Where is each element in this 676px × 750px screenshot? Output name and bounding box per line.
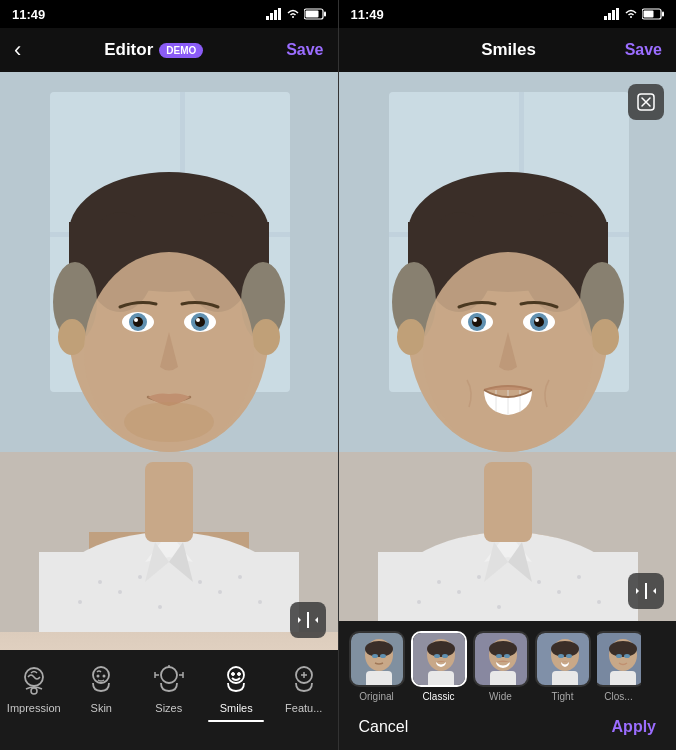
svg-rect-135 [490, 671, 516, 687]
tool-features[interactable]: Featu... [276, 660, 332, 714]
close-label: Clos... [604, 691, 632, 702]
svg-point-35 [196, 318, 200, 322]
signal-icon [266, 8, 282, 20]
compare-icon [298, 612, 318, 628]
svg-point-44 [238, 575, 242, 579]
svg-point-32 [133, 317, 143, 327]
right-save-button[interactable]: Save [625, 41, 662, 59]
tool-impression[interactable]: Impression [6, 660, 62, 714]
smile-wide[interactable]: Wide [473, 631, 529, 702]
svg-point-91 [397, 319, 425, 355]
svg-point-108 [537, 580, 541, 584]
svg-point-127 [434, 654, 440, 658]
left-face-svg [0, 72, 338, 632]
svg-rect-48 [307, 612, 309, 628]
demo-badge: DEMO [159, 43, 203, 58]
svg-point-146 [624, 654, 630, 658]
tight-label: Tight [552, 691, 574, 702]
battery-icon [304, 8, 326, 20]
svg-point-112 [497, 605, 501, 609]
impression-icon [15, 660, 53, 698]
tool-sizes[interactable]: Sizes [141, 660, 197, 714]
svg-point-92 [591, 319, 619, 355]
features-icon [285, 660, 323, 698]
action-row: Cancel Apply [339, 708, 677, 750]
right-battery-icon [642, 8, 664, 20]
svg-point-132 [489, 641, 517, 657]
svg-point-40 [118, 590, 122, 594]
svg-point-122 [380, 654, 386, 658]
svg-point-101 [535, 318, 539, 322]
svg-rect-5 [324, 12, 326, 17]
svg-point-126 [427, 641, 455, 657]
right-nav: Smiles Save [339, 28, 677, 72]
svg-point-98 [472, 317, 482, 327]
editor-title: Editor [104, 40, 153, 60]
svg-point-128 [442, 654, 448, 658]
svg-rect-68 [608, 13, 611, 20]
right-compare-button[interactable] [628, 573, 664, 609]
svg-point-53 [97, 675, 100, 678]
svg-point-113 [597, 600, 601, 604]
svg-point-47 [258, 600, 262, 604]
svg-point-63 [238, 673, 241, 676]
smiles-icon [217, 660, 255, 698]
svg-rect-123 [366, 671, 392, 687]
svg-rect-83 [484, 462, 532, 542]
svg-rect-3 [278, 8, 281, 20]
smiles-label: Smiles [220, 702, 253, 714]
right-face-svg [339, 72, 677, 621]
sizes-icon [150, 660, 188, 698]
tool-skin[interactable]: Skin [73, 660, 129, 714]
svg-point-138 [551, 641, 579, 657]
svg-rect-17 [145, 462, 193, 542]
svg-point-107 [477, 575, 481, 579]
svg-rect-147 [610, 671, 636, 687]
bottom-toolbar: Impression Skin [0, 650, 338, 750]
svg-rect-6 [305, 11, 318, 18]
svg-rect-117 [645, 583, 647, 599]
cancel-button[interactable]: Cancel [359, 718, 409, 736]
smile-original[interactable]: Original [349, 631, 405, 702]
svg-point-110 [577, 575, 581, 579]
compare-button[interactable] [290, 602, 326, 638]
svg-point-144 [609, 641, 637, 657]
skin-icon [82, 660, 120, 698]
tool-smiles[interactable]: Smiles [208, 660, 264, 722]
smile-classic[interactable]: Classic [411, 631, 467, 702]
svg-rect-72 [662, 12, 664, 17]
svg-rect-141 [552, 671, 578, 687]
svg-rect-69 [612, 10, 615, 20]
svg-point-36 [124, 402, 214, 442]
svg-rect-70 [616, 8, 619, 20]
nav-title-area: Editor DEMO [104, 40, 203, 60]
svg-point-121 [372, 654, 378, 658]
right-status-icons [604, 8, 664, 20]
right-photo [339, 72, 677, 621]
svg-point-54 [103, 675, 106, 678]
svg-point-46 [158, 605, 162, 609]
svg-point-26 [252, 319, 280, 355]
wide-thumb-img [473, 631, 529, 687]
svg-point-105 [437, 580, 441, 584]
left-status-bar: 11:49 [0, 0, 338, 28]
right-photo-area [339, 72, 677, 621]
svg-rect-73 [644, 11, 654, 18]
smile-tight[interactable]: Tight [535, 631, 591, 702]
smile-close[interactable]: Clos... [597, 631, 641, 702]
right-time: 11:49 [351, 7, 384, 22]
back-button[interactable]: ‹ [14, 37, 21, 63]
svg-rect-81 [378, 552, 638, 621]
apply-button[interactable]: Apply [612, 718, 656, 736]
impression-label: Impression [7, 702, 61, 714]
left-status-icons [266, 8, 326, 20]
svg-point-55 [161, 667, 177, 683]
svg-rect-1 [270, 13, 273, 20]
svg-point-45 [78, 600, 82, 604]
left-save-button[interactable]: Save [286, 41, 323, 59]
svg-point-120 [365, 641, 393, 657]
svg-point-33 [195, 317, 205, 327]
eraser-button[interactable] [628, 84, 664, 120]
features-label: Featu... [285, 702, 322, 714]
left-time: 11:49 [12, 7, 45, 22]
